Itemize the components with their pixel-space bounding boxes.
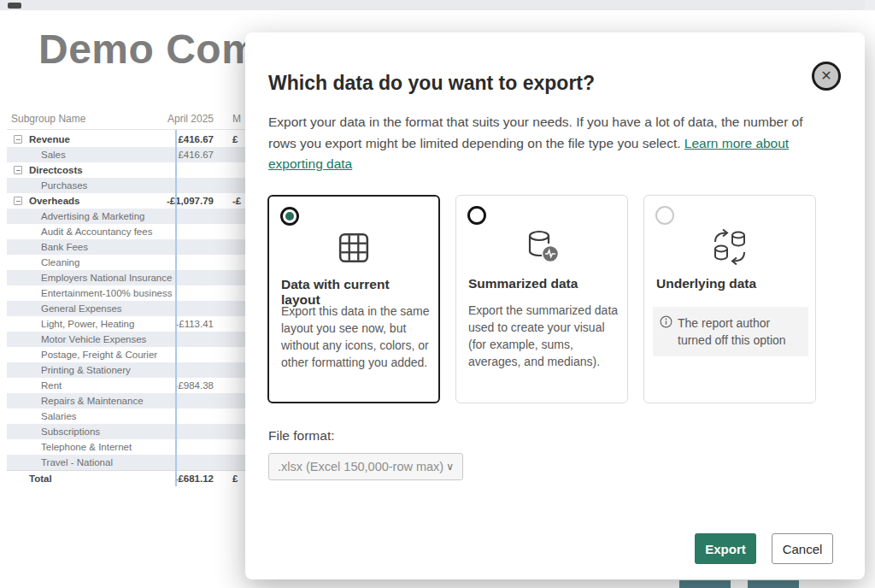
row-label: Audit & Accountancy fees xyxy=(41,224,152,239)
export-options: Data with current layout Export this dat… xyxy=(267,195,816,403)
radio-disabled-icon xyxy=(655,206,674,225)
row-label: Employers National Insurance xyxy=(41,270,172,285)
collapse-icon[interactable] xyxy=(14,135,22,144)
file-format-value: .xlsx (Excel 150,000-row max) xyxy=(278,460,443,473)
row-label: Sales xyxy=(41,147,66,162)
row-label: Entertainment-100% business xyxy=(41,285,172,301)
table-grid-icon xyxy=(269,227,438,268)
background-page-button xyxy=(679,580,731,588)
radio-unselected-icon[interactable] xyxy=(467,206,486,225)
option-title: Summarized data xyxy=(468,276,619,291)
close-icon[interactable]: ✕ xyxy=(812,62,841,91)
row-label: Cleaning xyxy=(41,255,79,270)
row-label: Salaries xyxy=(41,409,77,424)
file-format-dropdown[interactable]: .xlsx (Excel 150,000-row max) ∨ xyxy=(268,453,463,480)
row-value: -£984.38 xyxy=(103,378,214,393)
radio-selected-icon[interactable] xyxy=(280,207,299,226)
collapse-icon[interactable] xyxy=(14,197,22,205)
row-value-next-column: -£ xyxy=(232,193,241,209)
row-label: General Expenses xyxy=(41,301,122,316)
row-label: Printing & Stationery xyxy=(41,362,131,378)
export-data-dialog: Which data do you want to export? ✕ Expo… xyxy=(245,32,865,579)
row-label: Postage, Freight & Courier xyxy=(41,347,157,362)
row-value: -£1,097.79 xyxy=(103,193,214,209)
notice-text: The report author turned off this option xyxy=(678,315,800,349)
option-disabled-notice: The report author turned off this option xyxy=(653,307,808,356)
column-header-april-2025[interactable]: April 2025 xyxy=(103,113,214,125)
row-label: Purchases xyxy=(41,178,87,193)
database-summary-icon xyxy=(456,226,627,268)
row-value: £416.67 xyxy=(103,147,214,162)
row-value: -£681.12 xyxy=(103,471,214,486)
row-label: Rent xyxy=(41,378,62,393)
option-title: Underlying data xyxy=(656,276,807,291)
background-page-button xyxy=(748,580,799,588)
row-value: £416.67 xyxy=(103,132,214,147)
row-value-next-column: £ xyxy=(232,471,238,486)
column-header-next[interactable]: M xyxy=(232,113,241,125)
option-description: Export the summarized data used to creat… xyxy=(468,302,619,370)
top-window-band xyxy=(0,0,875,10)
row-label: Directcosts xyxy=(29,162,83,178)
row-label: Telephone & Internet xyxy=(41,439,132,455)
row-label: Overheads xyxy=(29,193,79,209)
row-label: Travel - National xyxy=(41,455,113,470)
dialog-description: Export your data in the format that suit… xyxy=(268,112,834,175)
row-label: Subscriptions xyxy=(41,424,100,439)
column-header-subgroup[interactable]: Subgroup Name xyxy=(11,113,85,125)
database-sync-icon xyxy=(644,226,815,268)
dialog-title: Which data do you want to export? xyxy=(268,72,595,95)
export-button[interactable]: Export xyxy=(695,533,756,564)
chevron-down-icon: ∨ xyxy=(446,461,454,473)
row-label: Total xyxy=(29,471,52,486)
row-value: -£113.41 xyxy=(103,316,214,332)
option-summarized-data[interactable]: Summarized data Export the summarized da… xyxy=(455,195,628,403)
cancel-button[interactable]: Cancel xyxy=(772,533,833,564)
row-label: Bank Fees xyxy=(41,239,88,255)
row-label: Motor Vehicle Expenses xyxy=(41,332,146,347)
dialog-footer: Export Cancel xyxy=(695,533,833,564)
row-label: Repairs & Maintenance xyxy=(41,393,144,409)
collapse-icon[interactable] xyxy=(14,166,22,174)
option-description: Export this data in the same layout you … xyxy=(281,303,432,371)
option-underlying-data: Underlying data The report author turned… xyxy=(643,195,816,403)
row-label: Advertising & Marketing xyxy=(41,209,144,224)
row-value-next-column: £ xyxy=(232,132,238,147)
file-format-label: File format: xyxy=(268,428,335,444)
info-icon xyxy=(660,315,672,349)
option-data-with-current-layout[interactable]: Data with current layout Export this dat… xyxy=(267,195,440,403)
column-divider-line xyxy=(175,130,177,486)
top-left-mark xyxy=(8,3,21,9)
row-label: Revenue xyxy=(29,132,70,147)
